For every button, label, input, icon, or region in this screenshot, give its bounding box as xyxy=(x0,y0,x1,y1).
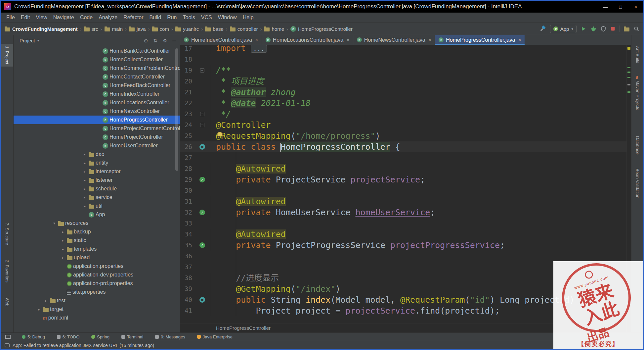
tree-item-pom-xml[interactable]: mpom.xml xyxy=(14,314,180,322)
chevron-down-icon[interactable]: ▾ xyxy=(37,38,39,43)
tree-item-entity[interactable]: ▸entity xyxy=(14,159,180,167)
debug-button[interactable] xyxy=(590,26,596,32)
chevron-right-icon[interactable]: ▸ xyxy=(60,230,65,234)
breadcrumb-item-controller[interactable]: controller xyxy=(230,26,258,32)
tree-item-upload[interactable]: ▸upload xyxy=(14,253,180,262)
code-line-25[interactable]: 25@RequestMapping("/home/progress") xyxy=(180,130,626,141)
tool-button-6-todo[interactable]: 6: TODO xyxy=(51,333,86,341)
breadcrumb-item-main[interactable]: main xyxy=(105,26,123,32)
spring-mapping-icon[interactable] xyxy=(199,297,205,303)
code-line-19[interactable]: 19−/** xyxy=(180,65,626,76)
tool-button-java-enterprise[interactable]: Java Enterprise xyxy=(191,333,238,341)
locate-file-icon[interactable]: ⊙ xyxy=(144,38,148,44)
chevron-right-icon[interactable]: ▸ xyxy=(82,204,87,208)
chevron-right-icon[interactable]: ▸ xyxy=(82,152,87,157)
tree-item-app[interactable]: cApp xyxy=(14,210,180,219)
intention-bulb-icon[interactable] xyxy=(217,132,222,136)
tree-item-util[interactable]: ▸util xyxy=(14,202,180,210)
tree-item-interceptor[interactable]: ▸interceptor xyxy=(14,167,180,176)
menu-item-window[interactable]: Window xyxy=(215,15,240,21)
stripe-mark[interactable] xyxy=(627,67,630,68)
project-panel-title[interactable]: Project xyxy=(20,38,35,43)
code-line-24[interactable]: 24−@Controller xyxy=(180,120,626,130)
chevron-down-icon[interactable]: ▾ xyxy=(52,221,57,225)
stripe-mark[interactable] xyxy=(627,77,630,78)
code-line-21[interactable]: 21 * @author zhong xyxy=(180,87,626,98)
stripe-mark[interactable] xyxy=(627,84,630,85)
menu-item-refactor[interactable]: Refactor xyxy=(120,15,146,21)
chevron-right-icon[interactable]: ▸ xyxy=(43,299,49,303)
breadcrumb-class-name[interactable]: HomeProgressController xyxy=(216,325,271,331)
code-line-32[interactable]: 32↗ private HomeUserService homeUserServ… xyxy=(180,207,626,218)
tool-button-database[interactable]: Database xyxy=(631,134,643,157)
close-icon[interactable]: × xyxy=(518,37,521,42)
tree-item-application-properties[interactable]: application.properties xyxy=(14,262,180,271)
coverage-button[interactable] xyxy=(600,26,606,32)
menu-item-run[interactable]: Run xyxy=(164,15,180,21)
breadcrumb-item-com[interactable]: com xyxy=(152,26,169,32)
breadcrumb-item-src[interactable]: src xyxy=(84,26,98,32)
tree-item-homecollectcontroller[interactable]: cHomeCollectController xyxy=(14,55,180,64)
stripe-mark[interactable] xyxy=(627,47,630,50)
tab-homeindexcontroller-java[interactable]: cHomeIndexController.java× xyxy=(180,35,262,45)
menu-item-edit[interactable]: Edit xyxy=(18,15,33,21)
tool-button-1-project[interactable]: 1: Project xyxy=(1,44,13,67)
menu-item-file[interactable]: File xyxy=(3,15,18,21)
spring-bean-icon[interactable]: ↗ xyxy=(199,177,205,182)
tree-item-backup[interactable]: ▸backup xyxy=(14,227,180,236)
code-line-28[interactable]: 28 @Autowired xyxy=(180,163,626,174)
menu-item-vcs[interactable]: VCS xyxy=(198,15,215,21)
event-log-icon[interactable] xyxy=(5,343,10,347)
open-folder-icon[interactable] xyxy=(624,27,629,31)
menu-item-tools[interactable]: Tools xyxy=(180,15,198,21)
tree-item-application-dev-properties[interactable]: application-dev.properties xyxy=(14,271,180,279)
spring-mapping-icon[interactable] xyxy=(199,144,205,150)
project-tree-scrollbar[interactable] xyxy=(175,48,178,171)
chevron-right-icon[interactable]: ▸ xyxy=(82,195,87,200)
tool-button-0-messages[interactable]: 0: Messages xyxy=(149,333,191,341)
chevron-right-icon[interactable]: ▸ xyxy=(82,170,87,174)
breadcrumb-item-base[interactable]: base xyxy=(205,26,224,32)
tree-item-templates[interactable]: ▸templates xyxy=(14,245,180,253)
chevron-right-icon[interactable]: ▸ xyxy=(36,307,42,312)
close-icon[interactable]: × xyxy=(255,37,258,42)
hide-panel-icon[interactable]: ─ xyxy=(172,38,176,44)
fold-marker-icon[interactable]: − xyxy=(200,68,204,73)
run-button[interactable] xyxy=(580,26,586,32)
tree-item-application-prd-properties[interactable]: application-prd.properties xyxy=(14,279,180,288)
code-line-31[interactable]: 31 @Autowired xyxy=(180,196,626,207)
chevron-right-icon[interactable]: ▸ xyxy=(60,256,65,260)
code-line-22[interactable]: 22 * @date 2021-01-18 xyxy=(180,98,626,109)
tool-button-spring[interactable]: Spring xyxy=(85,333,115,341)
tool-button-maven-projects[interactable]: mMaven Projects xyxy=(631,74,643,113)
tab-homelocationscontroller-java[interactable]: cHomeLocationsController.java× xyxy=(262,35,353,45)
code-line-34[interactable]: 34 @Autowired xyxy=(180,229,626,240)
tool-button-terminal[interactable]: Terminal xyxy=(115,333,149,341)
tree-item-test[interactable]: ▸test xyxy=(14,296,180,305)
menu-item-analyze[interactable]: Analyze xyxy=(96,15,120,21)
breadcrumb-item-home[interactable]: home xyxy=(264,26,284,32)
code-line-17[interactable]: 17import ... xyxy=(180,45,626,54)
run-config-selector[interactable]: App ▾ xyxy=(550,25,577,33)
code-line-35[interactable]: 35↗ private ProjectProgressService proje… xyxy=(180,240,626,251)
tree-item-homecontactcontroller[interactable]: cHomeContactController xyxy=(14,73,180,81)
breadcrumb-item-java[interactable]: java xyxy=(129,26,146,32)
tab-homenewscontroller-java[interactable]: cHomeNewsController.java× xyxy=(353,35,435,45)
menu-item-view[interactable]: View xyxy=(33,15,50,21)
chevron-right-icon[interactable]: ▸ xyxy=(60,247,65,251)
tab-homeprogresscontroller-java[interactable]: cHomeProgressController.java× xyxy=(435,35,525,45)
menu-item-build[interactable]: Build xyxy=(147,15,164,21)
stripe-mark[interactable] xyxy=(627,72,630,73)
tool-button-bean-validation[interactable]: Bean Validation xyxy=(631,166,643,201)
code-line-30[interactable]: 30 xyxy=(180,185,626,196)
tree-item-homenewscontroller[interactable]: cHomeNewsController xyxy=(14,107,180,116)
close-icon[interactable]: × xyxy=(347,37,349,42)
tree-item-dao[interactable]: ▸dao xyxy=(14,150,180,159)
tool-button-5-debug[interactable]: 5: Debug xyxy=(16,333,51,341)
tree-item-schedule[interactable]: ▸schedule xyxy=(14,184,180,193)
chevron-right-icon[interactable]: ▸ xyxy=(82,178,87,182)
tool-button-2-favorites[interactable]: 2: Favorites xyxy=(1,258,13,285)
minimize-button[interactable]: — xyxy=(598,1,613,13)
toolwindow-switcher-icon[interactable] xyxy=(5,335,11,339)
tree-item-homefeedbackcontroller[interactable]: cHomeFeedBackController xyxy=(14,81,180,90)
